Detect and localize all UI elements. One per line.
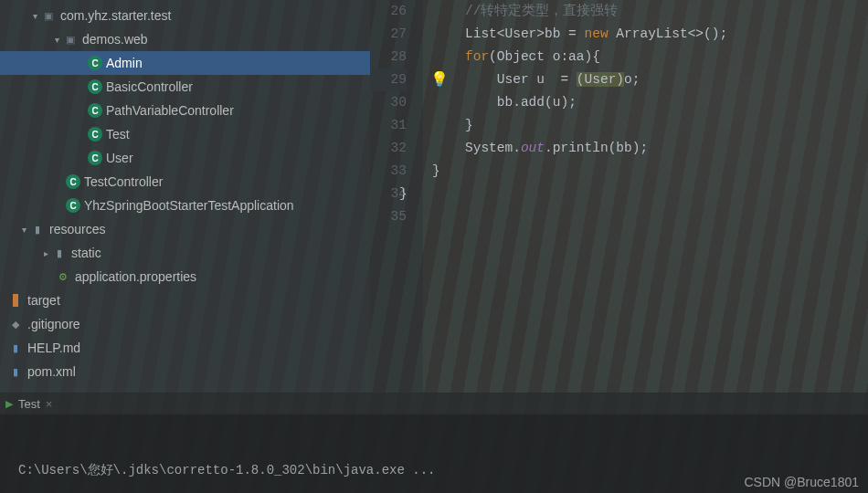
tree-class[interactable]: C PathVariableController [0,99,370,122]
package-icon: ▣ [62,31,79,47]
tree-class-selected[interactable]: C Admin [0,51,370,75]
tree-folder-static[interactable]: ▸ ▮ static [0,241,370,265]
tree-file-gitignore[interactable]: ◆ .gitignore [0,312,370,336]
tree-label: .gitignore [27,317,80,331]
lightbulb-icon[interactable]: 💡 [430,69,449,92]
xml-icon: ▮ [7,363,24,380]
code-editor[interactable]: 26 27 28 29 30 31 32 33 34 35 💡 //转特定类型，… [370,0,868,393]
console-output[interactable]: C:\Users\您好\.jdks\corretto-1.8.0_302\bin… [0,414,868,493]
class-icon: C [88,127,102,142]
class-icon: C [88,56,102,70]
tree-package[interactable]: ▾ ▣ demos.web [0,27,370,51]
tree-folder-target[interactable]: target [0,288,370,312]
chevron-down-icon: ▾ [51,35,62,45]
tree-label: pom.xml [27,364,76,379]
tree-class[interactable]: C User [0,146,370,170]
run-icon: ▶ [5,398,13,410]
tree-label: static [71,246,101,260]
class-icon: C [88,151,102,165]
git-icon: ◆ [7,316,24,332]
package-icon: ▣ [40,7,57,24]
run-tab[interactable]: Test [18,397,40,411]
hint-column: 💡 [423,0,460,393]
target-icon [7,292,24,309]
tree-label: com.yhz.starter.test [60,8,171,23]
console-line: C:\Users\您好\.jdks\corretto-1.8.0_302\bin… [18,460,859,480]
class-icon: C [88,79,102,94]
folder-icon: ▮ [29,221,46,237]
tree-label: User [106,151,133,165]
tree-label: resources [49,222,105,236]
line-number: 26 [370,0,407,23]
line-number: 27 [370,23,407,46]
class-icon: C [88,103,102,118]
tree-label: target [27,293,60,308]
class-icon: C [66,198,80,213]
tree-class[interactable]: C Test [0,122,370,146]
tree-label: Admin [106,56,143,70]
tree-label: demos.web [82,32,148,47]
line-number: 31 [370,114,407,137]
tree-class[interactable]: C BasicController [0,75,370,99]
run-tab-bar: ▶ Test × [0,393,868,414]
line-number: 30 [370,91,407,114]
chevron-down-icon: ▾ [29,11,40,21]
line-number: 32 [370,137,407,160]
chevron-right-icon: ▸ [40,248,51,258]
properties-icon: ⚙ [55,268,71,285]
tree-label: TestController [84,174,163,189]
code-area[interactable]: //转特定类型，直接强转 List<User>bb = new ArrayLis… [460,0,868,393]
editor-gutter: 26 27 28 29 30 31 32 33 34 35 [370,0,423,393]
line-number: 35 [370,205,407,228]
tree-label: HELP.md [27,341,80,355]
close-icon[interactable]: × [46,397,53,411]
markdown-icon: ▮ [7,340,24,356]
tree-folder-resources[interactable]: ▾ ▮ resources [0,217,370,241]
folder-icon: ▮ [51,245,68,261]
tree-label: BasicController [106,79,193,94]
tree-label: Test [106,127,130,142]
tree-label: YhzSpringBootStarterTestApplication [84,198,294,213]
tree-package[interactable]: ▾ ▣ com.yhz.starter.test [0,4,370,27]
line-number: 28 [370,46,407,68]
line-number: 33 [370,160,407,183]
tree-file-pom[interactable]: ▮ pom.xml [0,360,370,383]
tree-file-properties[interactable]: ⚙ application.properties [0,265,370,288]
project-tree[interactable]: ▾ ▣ com.yhz.starter.test ▾ ▣ demos.web C… [0,0,370,393]
tree-class[interactable]: C TestController [0,170,370,194]
tree-label: PathVariableController [106,103,234,118]
tree-file-help[interactable]: ▮ HELP.md [0,336,370,360]
watermark: CSDN @Bruce1801 [745,475,860,489]
class-icon: C [66,174,80,189]
line-number-current: 29 [370,68,407,91]
tree-label: application.properties [75,269,196,284]
code-comment: //转特定类型，直接强转 [465,4,618,18]
chevron-down-icon: ▾ [18,225,29,235]
tree-class[interactable]: C YhzSpringBootStarterTestApplication [0,194,370,217]
